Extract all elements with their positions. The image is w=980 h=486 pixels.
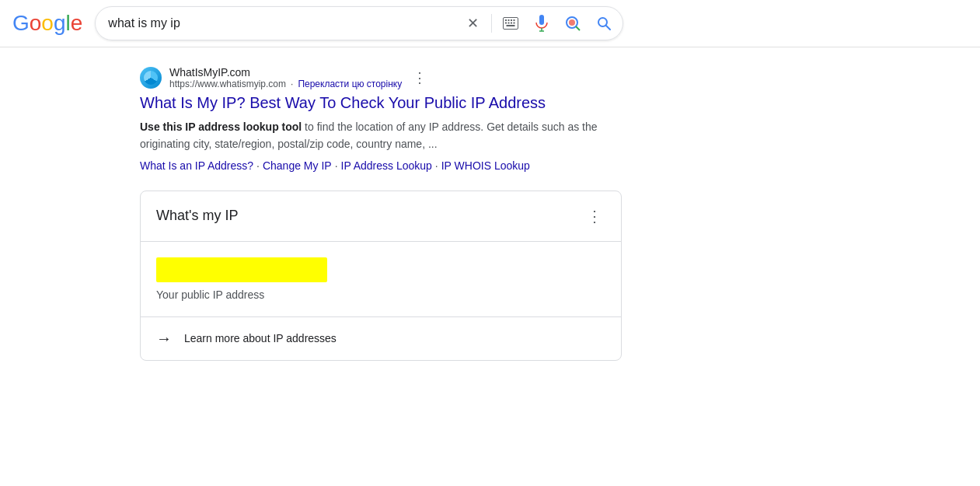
sitelink-change-ip[interactable]: Change My IP: [263, 159, 332, 172]
search-input[interactable]: what is my ip: [108, 16, 454, 30]
svg-rect-1: [505, 19, 507, 21]
lens-icon: [565, 16, 581, 31]
logo-letter-o1: o: [30, 11, 42, 36]
svg-rect-3: [511, 19, 512, 21]
search-button[interactable]: [591, 11, 616, 36]
translate-link[interactable]: Перекласти цю сторінку: [298, 79, 402, 89]
search-icon: [596, 16, 612, 31]
header: G o o g l e what is my ip ✕: [0, 0, 980, 47]
widget-more-icon: ⋮: [587, 207, 602, 226]
widget-body: Your public IP address: [141, 242, 621, 317]
sitelink-whois[interactable]: IP WHOIS Lookup: [441, 159, 530, 172]
lens-button[interactable]: [560, 11, 585, 36]
sitelink-sep-2: ·: [335, 159, 338, 172]
widget-title: What's my IP: [156, 208, 238, 224]
site-url-row: https://www.whatismyip.com · Перекласти …: [169, 79, 402, 89]
arrow-icon: →: [156, 330, 172, 348]
favicon: [140, 67, 162, 89]
ip-label: Your public IP address: [156, 288, 605, 301]
footer-link-text: Learn more about IP addresses: [184, 332, 337, 344]
search-result: WhatIsMyIP.com https://www.whatismyip.co…: [140, 66, 622, 172]
svg-rect-9: [507, 25, 515, 26]
svg-line-15: [576, 26, 580, 30]
svg-point-14: [569, 19, 575, 26]
sitelinks: What Is an IP Address? · Change My IP · …: [140, 159, 622, 172]
favicon-inner: [144, 71, 158, 85]
keyboard-button[interactable]: [498, 11, 523, 36]
source-info: WhatIsMyIP.com https://www.whatismyip.co…: [169, 66, 402, 89]
voice-search-button[interactable]: [529, 11, 554, 36]
snippet-bold: Use this IP address lookup tool: [140, 121, 302, 133]
google-logo: G o o g l e: [12, 11, 82, 36]
sitelink-ip-lookup[interactable]: IP Address Lookup: [341, 159, 432, 172]
site-name: WhatIsMyIP.com: [169, 66, 402, 79]
result-source: WhatIsMyIP.com https://www.whatismyip.co…: [140, 66, 622, 89]
logo-letter-e: e: [71, 11, 83, 36]
sitelink-sep-3: ·: [435, 159, 438, 172]
ip-address-bar: [156, 257, 327, 282]
svg-rect-8: [514, 23, 515, 24]
svg-rect-2: [508, 19, 510, 21]
clear-icon: ✕: [467, 15, 479, 32]
logo-letter-g2: g: [54, 11, 66, 36]
search-icons: ✕: [460, 11, 616, 36]
sitelink-what-is-ip[interactable]: What Is an IP Address?: [140, 159, 253, 172]
ip-widget: What's my IP ⋮ Your public IP address → …: [140, 191, 622, 361]
widget-footer[interactable]: → Learn more about IP addresses: [141, 317, 621, 360]
svg-rect-5: [505, 23, 507, 24]
search-bar: what is my ip ✕: [95, 6, 623, 40]
svg-line-17: [606, 26, 610, 30]
microphone-icon: [535, 15, 548, 32]
widget-more-button[interactable]: ⋮: [584, 204, 605, 229]
svg-rect-6: [508, 23, 510, 24]
logo-letter-o2: o: [41, 11, 54, 36]
result-title-link[interactable]: What Is My IP? Best Way To Check Your Pu…: [140, 93, 622, 113]
site-url: https://www.whatismyip.com: [169, 79, 286, 89]
keyboard-icon: [503, 17, 518, 30]
url-separator: ·: [291, 79, 293, 89]
widget-header: What's my IP ⋮: [141, 191, 621, 242]
logo-letter-g: G: [12, 11, 30, 36]
result-more-button[interactable]: ⋮: [413, 71, 427, 85]
svg-rect-4: [514, 19, 515, 21]
svg-rect-10: [539, 15, 544, 25]
result-snippet: Use this IP address lookup tool to find …: [140, 119, 622, 153]
clear-button[interactable]: ✕: [460, 11, 485, 36]
divider: [491, 14, 492, 33]
main-content: WhatIsMyIP.com https://www.whatismyip.co…: [0, 47, 777, 379]
sitelink-sep-1: ·: [256, 159, 260, 172]
svg-rect-7: [511, 23, 512, 24]
